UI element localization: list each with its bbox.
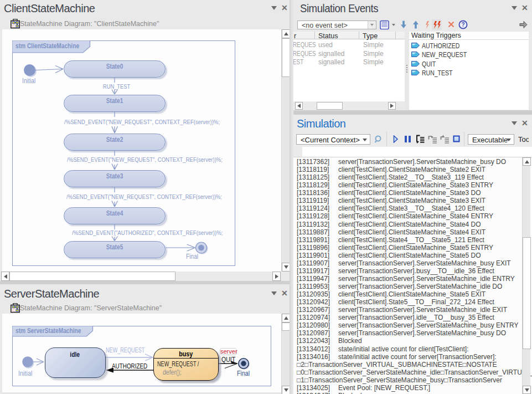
svg-text:?: ? [461,22,464,28]
